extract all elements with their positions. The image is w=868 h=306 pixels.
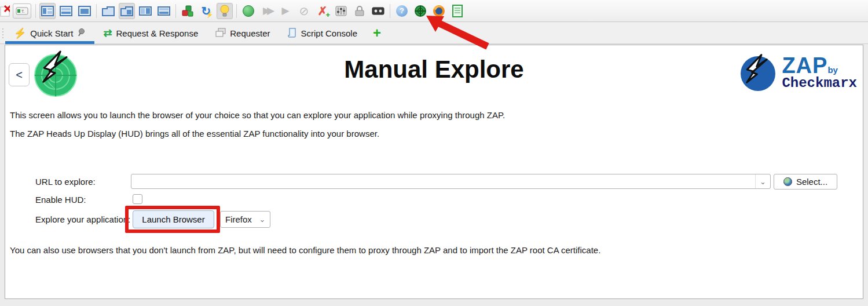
quick-start-panel: < Manual Explore ZAPby Checkmarx This sc… (5, 45, 863, 299)
toolbar-separator (96, 4, 97, 18)
toolbar-separator (175, 4, 176, 18)
options-sliders-icon[interactable] (333, 3, 349, 19)
intro-paragraph-1: This screen allows you to launch the bro… (10, 110, 505, 120)
window-tab-columns-icon[interactable] (137, 3, 153, 19)
footer-note: You can also use browsers that you don't… (10, 245, 600, 255)
tab-request-response[interactable]: ⇄ Request & Response (94, 23, 207, 43)
brand-zap: ZAP (782, 53, 827, 78)
continue-icon[interactable]: ▶ (277, 3, 294, 19)
globe-icon (783, 177, 792, 186)
pin-icon[interactable] (77, 28, 86, 38)
layout-horizontal-icon[interactable] (58, 3, 74, 19)
brand-checkmarx: Checkmarx (782, 75, 857, 91)
enable-hud-checkbox[interactable] (133, 194, 142, 204)
step-icon[interactable]: ▶▶ (259, 3, 275, 19)
check-updates-icon[interactable]: ↻ ⚡ (198, 3, 214, 19)
brand-by: by (827, 65, 838, 75)
toolbar-separator (236, 4, 237, 18)
tab-label: Script Console (301, 28, 357, 38)
toolbar-separator (35, 4, 36, 18)
record-icon[interactable] (240, 3, 257, 19)
layout-maximize-icon[interactable] (39, 3, 56, 19)
explore-application-label: Explore your application: (35, 214, 130, 224)
plus-icon: + (373, 25, 381, 41)
browser-dropdown-value: Firefox (225, 214, 252, 224)
hud-lightbulb-icon[interactable] (217, 3, 233, 19)
tab-quick-start[interactable]: ⚡ Quick Start (5, 23, 94, 43)
chevron-down-icon: ⌄ (255, 215, 270, 224)
mode-selector[interactable]: T. (13, 3, 31, 19)
select-site-button[interactable]: Select... (774, 174, 837, 190)
main-toolbar: T. ↻ ⚡ ▶▶ ▶ ⊘ ✗ + (0, 0, 868, 22)
zap-bolt-logo-icon (738, 52, 778, 93)
layout-full-screen-icon[interactable] (76, 3, 93, 19)
browser-dropdown[interactable]: Firefox ⌄ (220, 211, 270, 228)
launch-browser-button[interactable]: Launch Browser (133, 210, 214, 228)
cassette-icon[interactable] (370, 3, 386, 19)
url-input[interactable] (131, 174, 755, 188)
new-session-icon[interactable] (0, 3, 10, 19)
lightning-icon: ⚡ (14, 27, 26, 39)
enable-hud-label: Enable HUD: (35, 195, 86, 205)
add-break-point-icon[interactable]: ✗ + (314, 3, 331, 19)
chevron-down-icon[interactable]: ⌄ (755, 174, 770, 188)
lock-icon[interactable] (351, 3, 368, 19)
new-tab-button[interactable]: + (366, 23, 388, 43)
tab-label: Request & Response (116, 28, 199, 38)
manage-addons-icon[interactable] (180, 3, 196, 19)
page-title: Manual Explore (5, 56, 863, 83)
script-console-icon (287, 27, 296, 39)
request-response-icon: ⇄ (103, 27, 112, 39)
help-icon[interactable]: ? (394, 3, 410, 19)
tabbar-grip[interactable] (0, 23, 5, 43)
intro-paragraph-2: The ZAP Heads Up Display (HUD) brings al… (10, 129, 379, 139)
svg-text:T.: T. (21, 9, 25, 13)
break-off-icon[interactable]: ⊘ (296, 3, 312, 19)
requester-windows-icon (215, 28, 226, 39)
firefox-icon[interactable] (431, 3, 447, 19)
tab-script-console[interactable]: Script Console (279, 23, 366, 43)
tab-label: Requester (230, 28, 270, 38)
zap-target-icon[interactable] (412, 3, 428, 19)
tab-requester[interactable]: Requester (207, 23, 279, 43)
window-tab-plain-icon[interactable] (100, 3, 116, 19)
workspace-tabbar: ⚡ Quick Start ⇄ Request & Response Reque… (0, 23, 868, 44)
window-tab-rows-icon[interactable] (156, 3, 172, 19)
zap-checkmarx-logo: ZAPby Checkmarx (738, 52, 857, 93)
window-tab-tree-icon[interactable] (119, 3, 135, 19)
url-label: URL to explore: (35, 177, 96, 187)
url-combobox[interactable]: ⌄ (131, 174, 771, 189)
toolbar-separator (390, 4, 390, 18)
notes-icon[interactable] (449, 3, 466, 19)
tab-label: Quick Start (30, 28, 73, 38)
